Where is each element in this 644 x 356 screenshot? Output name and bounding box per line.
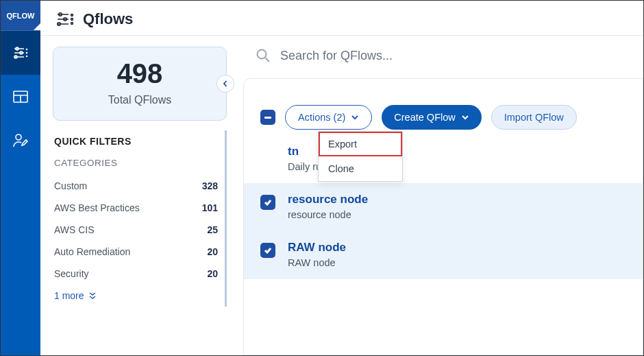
actions-menu-export[interactable]: Export bbox=[319, 132, 402, 156]
chevron-left-icon bbox=[222, 80, 229, 87]
list-toolbar: Actions (2) Create QFlow Import QFlow bbox=[244, 79, 643, 142]
main-area: Qflows 498 Total QFlows QUICK FILTERS CA… bbox=[40, 1, 643, 355]
search-input[interactable] bbox=[280, 49, 627, 63]
qflows-icon bbox=[55, 12, 75, 27]
rail-item-dashboard[interactable] bbox=[1, 75, 40, 119]
row-checkbox[interactable] bbox=[260, 195, 275, 210]
content-area: Actions (2) Create QFlow Import QFlow bbox=[239, 36, 643, 355]
import-label: Import QFlow bbox=[504, 112, 564, 123]
sliders-icon bbox=[12, 46, 29, 60]
check-icon bbox=[264, 199, 272, 206]
category-label: Security bbox=[54, 268, 89, 279]
row-checkbox[interactable] bbox=[260, 243, 275, 258]
category-count: 101 bbox=[202, 202, 218, 213]
user-edit-icon bbox=[12, 133, 29, 148]
actions-dropdown: Export Clone bbox=[318, 131, 403, 182]
qflow-rows: tn Daily run (Every hour) resource node … bbox=[244, 142, 643, 279]
qflow-row[interactable]: RAW node RAW node bbox=[244, 231, 643, 279]
show-more-categories[interactable]: 1 more bbox=[53, 285, 219, 307]
category-label: AWS CIS bbox=[54, 224, 95, 235]
list-container: Actions (2) Create QFlow Import QFlow bbox=[243, 78, 643, 355]
create-label: Create QFlow bbox=[394, 112, 455, 123]
collapse-chevron[interactable] bbox=[216, 75, 234, 93]
category-count: 25 bbox=[207, 224, 218, 235]
import-qflow-button[interactable]: Import QFlow bbox=[491, 105, 577, 130]
category-row[interactable]: Auto Remediation 20 bbox=[53, 241, 219, 263]
dd-label: Clone bbox=[328, 163, 354, 174]
row-subtitle: RAW node bbox=[288, 257, 346, 268]
chevron-down-icon bbox=[351, 115, 359, 120]
category-count: 20 bbox=[207, 268, 218, 279]
select-all-checkbox[interactable] bbox=[260, 110, 275, 125]
actions-button[interactable]: Actions (2) bbox=[285, 105, 372, 130]
indeterminate-icon bbox=[264, 117, 271, 119]
svg-point-13 bbox=[71, 23, 73, 25]
search-icon bbox=[256, 48, 271, 63]
layout-icon bbox=[12, 90, 29, 104]
category-row[interactable]: Security 20 bbox=[53, 263, 219, 285]
svg-point-14 bbox=[258, 50, 267, 59]
category-row[interactable]: Custom 328 bbox=[53, 175, 219, 197]
svg-point-4 bbox=[26, 52, 28, 54]
chevron-double-down-icon bbox=[88, 292, 97, 299]
page-title: Qflows bbox=[83, 10, 133, 28]
rail-tab-label: QFLOW bbox=[7, 12, 35, 20]
svg-point-5 bbox=[26, 56, 28, 58]
quick-filters-heading: QUICK FILTERS bbox=[53, 136, 219, 147]
svg-point-3 bbox=[26, 49, 28, 51]
actions-label: Actions (2) bbox=[298, 112, 345, 123]
total-label: Total QFlows bbox=[67, 94, 212, 106]
actions-menu-clone[interactable]: Clone bbox=[319, 156, 402, 181]
category-count: 20 bbox=[207, 246, 218, 257]
category-row[interactable]: AWS Best Practices 101 bbox=[53, 197, 219, 219]
category-label: Custom bbox=[54, 180, 87, 191]
rail-tab-qflow[interactable]: QFLOW bbox=[1, 1, 40, 31]
row-title: resource node bbox=[288, 193, 368, 206]
category-label: Auto Remediation bbox=[54, 246, 130, 257]
qflow-row[interactable]: tn Daily run (Every hour) bbox=[244, 142, 643, 183]
svg-point-11 bbox=[71, 14, 73, 16]
nav-rail: QFLOW bbox=[1, 1, 40, 355]
chevron-down-icon bbox=[461, 115, 469, 120]
svg-point-7 bbox=[16, 134, 21, 140]
side-panel: 498 Total QFlows QUICK FILTERS CATEGORIE… bbox=[40, 36, 239, 355]
category-label: AWS Best Practices bbox=[54, 202, 140, 213]
total-card: 498 Total QFlows bbox=[53, 47, 227, 121]
create-qflow-button[interactable]: Create QFlow bbox=[382, 105, 481, 130]
dd-label: Export bbox=[328, 139, 357, 150]
category-row[interactable]: AWS CIS 25 bbox=[53, 219, 219, 241]
check-icon bbox=[264, 247, 272, 254]
row-title: RAW node bbox=[288, 241, 346, 254]
rail-item-users[interactable] bbox=[1, 119, 40, 163]
qflow-row[interactable]: resource node resource node bbox=[244, 183, 643, 231]
quick-filters: QUICK FILTERS CATEGORIES Custom 328 AWS … bbox=[53, 130, 227, 307]
total-count: 498 bbox=[67, 60, 212, 87]
categories-heading: CATEGORIES bbox=[53, 158, 219, 168]
rail-item-flows[interactable] bbox=[1, 31, 40, 75]
svg-point-12 bbox=[71, 19, 73, 21]
page-header: Qflows bbox=[40, 1, 643, 36]
search-bar bbox=[239, 36, 643, 78]
category-count: 328 bbox=[202, 180, 218, 191]
row-subtitle: resource node bbox=[288, 209, 368, 220]
more-label: 1 more bbox=[54, 290, 84, 301]
